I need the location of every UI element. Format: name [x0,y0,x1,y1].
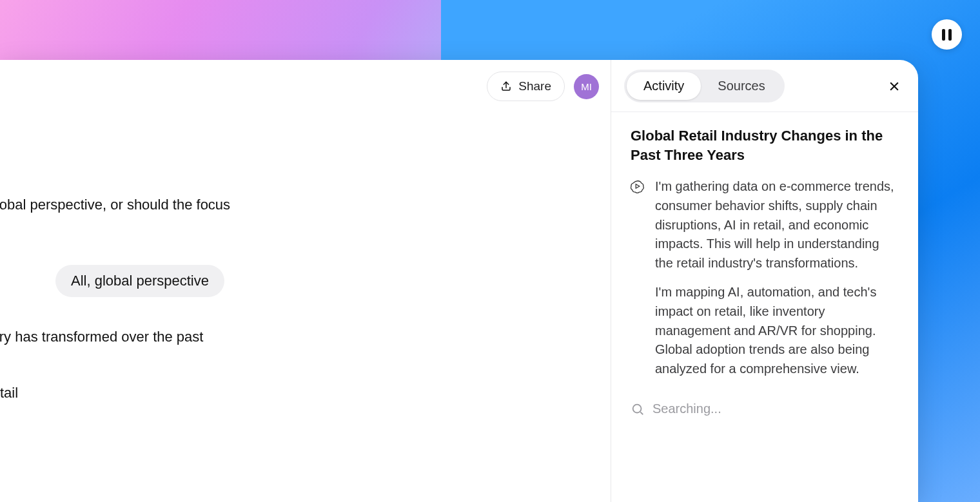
assistant-bullet: behavior and expectations [0,406,405,433]
searching-status: Searching... [631,401,899,416]
conversation-scroll: ges s (AI, automation, etc.) d economic … [0,114,405,487]
share-label: Share [518,79,551,93]
share-icon [500,81,512,92]
tab-activity[interactable]: Activity [627,72,701,100]
openai-icon [631,179,646,389]
app-card: Share MI ges s (AI, automation, etc.) d … [0,60,918,502]
panel-title: Global Retail Industry Changes in the Pa… [631,126,899,164]
close-icon [888,80,901,93]
assistant-text-fragment: ges [0,114,405,141]
assistant-text-fragment: s (AI, automation, etc.) [0,141,405,168]
assistant-bullet: ation, and emerging technologies [0,460,405,487]
assistant-bullet: ons and adaptations [0,433,405,460]
ai-reasoning-text: I'm mapping AI, automation, and tech's i… [655,283,899,378]
assistant-text-fragment: arch report on how the retail industry h… [0,327,405,369]
tab-sources[interactable]: Sources [701,72,781,100]
tab-segmented-control: Activity Sources [624,70,785,102]
svg-point-0 [633,404,642,412]
activity-panel: Activity Sources Global Retail Industry … [611,60,918,502]
assistant-text-fragment: ical retailing Also, do you need a globa… [0,195,405,237]
avatar[interactable]: MI [574,74,599,99]
pause-button[interactable] [932,19,962,50]
share-button[interactable]: Share [487,72,565,101]
assistant-text-fragment: d economic changes [0,168,405,195]
searching-label: Searching... [652,401,721,416]
assistant-bullet: ce and shifts in brick-and-mortar retail [0,380,405,407]
search-icon [631,402,645,416]
ai-reasoning-text: I'm gathering data on e-commerce trends,… [655,177,899,273]
ai-reasoning-block: I'm gathering data on e-commerce trends,… [631,177,899,389]
pause-icon [942,29,952,41]
user-message-chip: All, global perspective [55,265,224,297]
close-panel-button[interactable] [883,75,905,97]
chat-pane: Share MI ges s (AI, automation, etc.) d … [0,60,611,502]
